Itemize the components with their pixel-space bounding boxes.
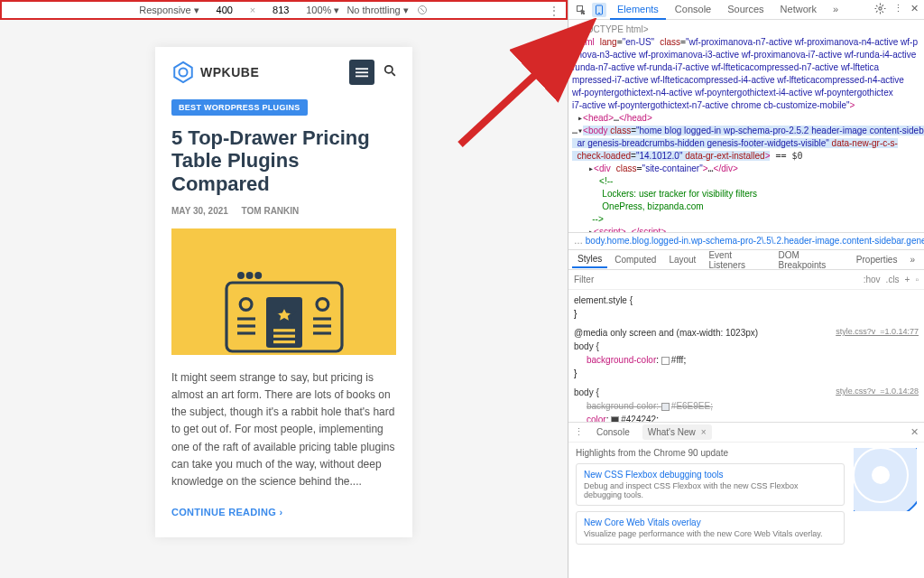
stab-computed[interactable]: Computed xyxy=(609,252,661,267)
article: BEST WORDPRESS PLUGINS 5 Top-Drawer Pric… xyxy=(155,98,412,537)
site-name: WPKUBE xyxy=(200,65,259,79)
devtools-header: Elements Console Sources Network » ⋮ ✕ xyxy=(568,0,924,20)
close-tab-icon[interactable]: × xyxy=(701,427,707,437)
drawer-tabs: ⋮ Console What's New× ✕ xyxy=(568,422,924,442)
stab-layout[interactable]: Layout xyxy=(663,252,701,267)
stab-styles[interactable]: Styles xyxy=(572,251,607,268)
styles-pane[interactable]: element.style { } style.css?v_=1.0.14:77… xyxy=(568,290,924,422)
article-meta: MAY 30, 2021 TOM RANKIN xyxy=(171,206,396,216)
whatsnew-item[interactable]: New Core Web Vitals overlay Visualize pa… xyxy=(576,511,845,545)
drawer-tab-whatsnew[interactable]: What's New× xyxy=(642,424,712,440)
inspect-icon[interactable] xyxy=(574,3,588,17)
color-swatch[interactable] xyxy=(661,357,670,365)
svg-point-27 xyxy=(879,7,882,10)
search-icon[interactable] xyxy=(383,64,396,80)
tab-console[interactable]: Console xyxy=(668,0,718,20)
hamburger-icon xyxy=(356,66,368,79)
stab-more[interactable]: » xyxy=(904,252,920,267)
height-input[interactable] xyxy=(263,5,299,15)
styles-tabs: Styles Computed Layout Event Listeners D… xyxy=(568,250,924,270)
drawer-more-icon[interactable]: ⋮ xyxy=(574,426,584,438)
css-close: } xyxy=(574,367,919,380)
svg-point-17 xyxy=(317,298,328,310)
css-close: } xyxy=(574,307,919,321)
zoom-select[interactable]: 100% ▾ xyxy=(306,5,339,16)
hero-image xyxy=(171,228,396,355)
stab-events[interactable]: Event Listeners xyxy=(703,247,771,273)
menu-button[interactable] xyxy=(349,60,374,85)
tab-sources[interactable]: Sources xyxy=(720,0,771,20)
device-toolbar: Responsive ▾ × 100% ▾ No throttling ▾ ⋮ xyxy=(0,0,568,20)
css-prop: color: #424242; xyxy=(574,413,919,422)
whatsnew-graphic xyxy=(854,448,917,511)
whatsnew-desc: Visualize page performance with the new … xyxy=(584,529,836,538)
tab-network[interactable]: Network xyxy=(773,0,824,20)
rotate-icon[interactable] xyxy=(416,4,429,16)
svg-marker-1 xyxy=(174,62,192,82)
stab-props[interactable]: Properties xyxy=(851,252,903,267)
category-tag[interactable]: BEST WORDPRESS PLUGINS xyxy=(171,99,308,116)
toolbar-more-icon[interactable]: ⋮ xyxy=(548,4,560,18)
drawer-tab-console[interactable]: Console xyxy=(591,424,635,440)
svg-point-22 xyxy=(247,273,252,277)
whatsnew-panel: Highlights from the Chrome 90 update New… xyxy=(568,442,924,578)
whatsnew-desc: Debug and inspect CSS Flexbox with the n… xyxy=(584,481,836,499)
article-excerpt: It might seem strange to say, but pricin… xyxy=(171,369,396,490)
svg-point-6 xyxy=(385,66,393,73)
css-selector: body { xyxy=(574,340,919,353)
dim-separator: × xyxy=(250,5,255,15)
more-icon[interactable]: ⋮ xyxy=(893,3,903,16)
tab-more[interactable]: » xyxy=(826,0,845,20)
article-author[interactable]: TOM RANKIN xyxy=(242,206,300,216)
whatsnew-link[interactable]: New Core Web Vitals overlay xyxy=(584,517,836,527)
svg-point-23 xyxy=(255,273,260,277)
styles-filter: :hov .cls + ▫ xyxy=(568,270,924,290)
css-source[interactable]: style.css?v_=1.0.14:77 xyxy=(836,326,919,339)
article-title: 5 Top-Drawer Pricing Table Plugins Compa… xyxy=(171,126,396,195)
article-date: MAY 30, 2021 xyxy=(171,206,228,216)
filter-input[interactable] xyxy=(574,275,858,284)
throttle-select[interactable]: No throttling ▾ xyxy=(346,5,408,16)
css-rule: element.style { } xyxy=(574,294,919,321)
svg-rect-3 xyxy=(356,68,368,70)
add-rule-icon[interactable]: + xyxy=(905,275,910,284)
css-rule: style.css?v_=1.0.14:28 body { background… xyxy=(574,386,919,422)
css-source[interactable]: style.css?v_=1.0.14:28 xyxy=(836,386,919,398)
drawer-close-icon[interactable]: ✕ xyxy=(910,426,919,438)
device-select[interactable]: Responsive ▾ xyxy=(139,5,199,16)
stab-dom[interactable]: DOM Breakpoints xyxy=(773,247,849,273)
hov-toggle[interactable]: :hov xyxy=(864,275,881,284)
site-header: WPKUBE xyxy=(155,47,412,98)
whatsnew-heading: Highlights from the Chrome 90 update xyxy=(576,448,845,458)
whatsnew-link[interactable]: New CSS Flexbox debugging tools xyxy=(584,470,836,480)
svg-point-2 xyxy=(179,68,187,76)
color-swatch[interactable] xyxy=(661,403,670,411)
site-logo[interactable]: WPKUBE xyxy=(171,61,259,84)
svg-point-31 xyxy=(872,466,890,484)
svg-rect-5 xyxy=(356,76,368,78)
cls-toggle[interactable]: .cls xyxy=(886,275,900,284)
svg-rect-4 xyxy=(356,71,368,73)
svg-point-21 xyxy=(238,273,243,277)
css-prop: background-color: #E6E9EE; xyxy=(574,399,919,413)
preview-canvas: WPKUBE BEST WORDPRESS PLUGINS 5 Top-Draw… xyxy=(0,20,568,564)
close-icon[interactable]: ✕ xyxy=(910,3,919,16)
devtools-tabs: Elements Console Sources Network » xyxy=(610,0,871,20)
settings-icon[interactable] xyxy=(874,3,886,16)
width-input[interactable] xyxy=(207,5,243,15)
tab-elements[interactable]: Elements xyxy=(610,0,666,20)
device-preview-pane: Responsive ▾ × 100% ▾ No throttling ▾ ⋮ … xyxy=(0,0,568,578)
css-rule: style.css?v_=1.0.14:77 @media only scree… xyxy=(574,326,919,380)
svg-line-7 xyxy=(392,72,395,76)
whatsnew-item[interactable]: New CSS Flexbox debugging tools Debug an… xyxy=(576,463,845,506)
read-more-link[interactable]: CONTINUE READING › xyxy=(171,507,282,517)
css-prop: background-color: #fff; xyxy=(574,353,919,367)
dom-tree[interactable]: <!DOCTYPE html> <html lang="en-US" class… xyxy=(568,20,924,232)
devtools-panel: Elements Console Sources Network » ⋮ ✕ <… xyxy=(568,0,924,578)
panel-icon[interactable]: ▫ xyxy=(915,275,919,284)
css-selector: element.style { xyxy=(574,294,919,307)
color-swatch[interactable] xyxy=(611,416,619,422)
mobile-viewport: WPKUBE BEST WORDPRESS PLUGINS 5 Top-Draw… xyxy=(155,47,412,537)
svg-point-13 xyxy=(240,298,252,310)
device-toggle-icon[interactable] xyxy=(592,3,606,17)
